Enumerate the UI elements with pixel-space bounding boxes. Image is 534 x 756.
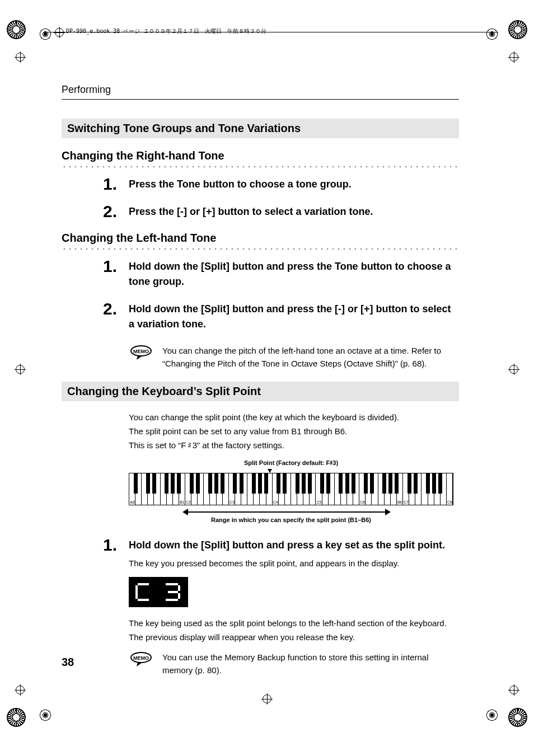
heading-split-point: Changing the Keyboard’s Split Point: [62, 382, 459, 401]
step-text: Hold down the [Split] button and press t…: [129, 261, 451, 287]
divider: [62, 99, 459, 100]
lcd-display: [129, 577, 188, 607]
body-text: The key being used as the split point be…: [129, 618, 459, 628]
crosshair-icon: [508, 684, 519, 696]
svg-text:MEMO: MEMO: [133, 655, 149, 661]
svg-text:MEMO: MEMO: [133, 349, 149, 354]
crosshair-icon: [261, 693, 273, 705]
body-text: This is set to “F ♯ 3” at the factory se…: [129, 440, 459, 450]
split-pointer-icon: [268, 469, 272, 473]
kbd-key-label: C2: [186, 500, 191, 504]
split-intro: You can change the split point (the key …: [129, 412, 459, 450]
crosshair-icon: [15, 684, 26, 696]
body-text: You can change the split point (the key …: [129, 412, 459, 422]
dotted-rule: [62, 247, 459, 251]
memo-text: You can change the pitch of the left-han…: [162, 344, 459, 370]
reg-mark-tl: [7, 20, 26, 39]
crosshair-icon: [15, 364, 26, 375]
kbd-caption-bottom: Range in which you can specify the split…: [129, 516, 453, 523]
keyboard: A0B1C2C3C4C5C6B6C7C8: [129, 473, 453, 505]
crosshair-icon: [508, 51, 519, 63]
running-head: Performing: [62, 84, 459, 96]
step-item: 1.Hold down the [Split] button and press…: [129, 259, 459, 289]
kbd-key-label: B1: [180, 500, 185, 504]
trim-note: DP-990_e.book 38 ページ ２００９年２月１７日 火曜日 午前８時…: [66, 27, 266, 35]
body-text: The previous display will reappear when …: [129, 632, 459, 642]
step-text: Press the Tone button to choose a tone g…: [129, 179, 352, 190]
memo-memory-backup: MEMO You can use the Memory Backup funct…: [129, 651, 459, 677]
body-text: The key you pressed becomes the split po…: [129, 558, 459, 568]
reg-mark-tr: [508, 20, 527, 39]
step-text: Press the [-] or [+] button to select a …: [129, 206, 373, 217]
reg-mark-bl2: [38, 708, 53, 722]
steps-left-hand: 1.Hold down the [Split] button and press…: [62, 259, 459, 332]
crosshair-icon: [508, 364, 519, 375]
split-after-text: The key you pressed becomes the split po…: [129, 558, 459, 568]
kbd-key-label: C5: [316, 500, 321, 504]
step-item: 2.Press the [-] or [+] button to select …: [129, 204, 459, 219]
kbd-key-label: C7: [404, 500, 409, 504]
reg-mark-tl2: [38, 27, 53, 41]
step-item: 2.Hold down the [Split] button and press…: [129, 302, 459, 332]
kbd-caption-top: Split Point (Factory default: F♯3): [129, 459, 453, 467]
kbd-key-label: C8: [447, 500, 452, 504]
kbd-key-label: C6: [360, 500, 365, 504]
crosshair-icon: [54, 27, 65, 38]
page-number: 38: [62, 656, 74, 669]
kbd-key-label: C3: [229, 500, 235, 504]
memo-text: You can use the Memory Backup function t…: [162, 651, 459, 677]
kbd-key-label: B6: [397, 500, 402, 504]
step-text: Hold down the [Split] button and press t…: [129, 303, 451, 330]
kbd-range-arrow: [129, 509, 453, 515]
crosshair-icon: [15, 51, 26, 63]
step-number: 2.: [103, 296, 117, 321]
reg-mark-br: [508, 708, 527, 727]
reg-mark-bl: [7, 708, 26, 727]
kbd-key-label: C4: [273, 500, 278, 504]
reg-mark-br2: [485, 708, 499, 722]
step-number: 1.: [103, 253, 117, 279]
kbd-key-label: A0: [130, 500, 135, 504]
step-number: 1.: [103, 171, 117, 196]
step-text: Hold down the [Split] button and press a…: [129, 539, 445, 551]
heading-tone-groups: Switching Tone Groups and Tone Variation…: [62, 119, 459, 138]
steps-split: 1.Hold down the [Split] button and press…: [62, 538, 459, 553]
steps-right-hand: 1.Press the Tone button to choose a tone…: [62, 177, 459, 219]
step-number: 2.: [103, 199, 117, 224]
step-item: 1.Hold down the [Split] button and press…: [129, 538, 459, 553]
memo-octave-shift: MEMO You can change the pitch of the lef…: [129, 344, 459, 370]
memo-icon: MEMO: [129, 652, 153, 677]
step-number: 1.: [103, 532, 117, 557]
subhead-left-hand: Changing the Left-hand Tone: [62, 232, 459, 245]
step-item: 1.Press the Tone button to choose a tone…: [129, 177, 459, 192]
keyboard-diagram: Split Point (Factory default: F♯3) A0B1C…: [129, 459, 453, 523]
subhead-right-hand: Changing the Right-hand Tone: [62, 149, 459, 162]
body-text: The split point can be set to any value …: [129, 426, 459, 436]
split-notes: The key being used as the split point be…: [129, 618, 459, 642]
memo-icon: MEMO: [129, 345, 153, 370]
dotted-rule: [62, 165, 459, 169]
reg-mark-tr2: [485, 27, 499, 41]
